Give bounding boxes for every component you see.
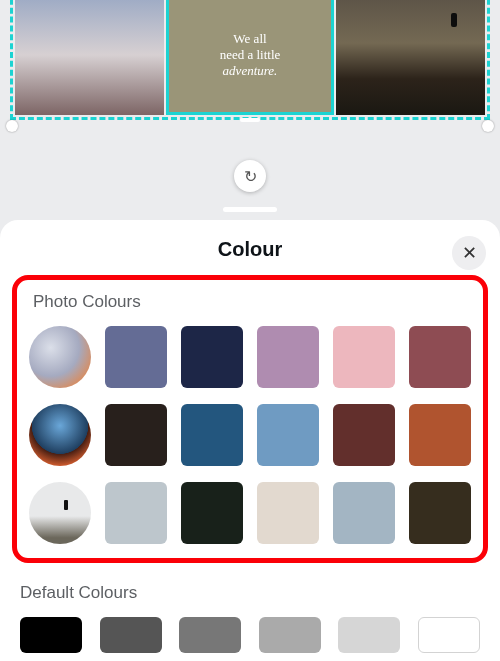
colour-swatch[interactable] — [333, 482, 395, 544]
canvas-quote-card[interactable]: We all need a little adventure. — [166, 0, 333, 115]
colour-swatch[interactable] — [257, 482, 319, 544]
sheet-title: Colour — [0, 238, 500, 261]
photo-colour-row — [25, 404, 475, 466]
selection-bottom-handle[interactable] — [240, 118, 260, 122]
colour-bottom-sheet: Colour ✕ Photo Colours Default Colours — [0, 220, 500, 661]
sheet-drag-handle[interactable] — [223, 207, 277, 212]
default-colour-swatch[interactable] — [100, 617, 162, 653]
photo-colour-row — [25, 326, 475, 388]
colour-swatch[interactable] — [105, 482, 167, 544]
colour-swatch[interactable] — [409, 326, 471, 388]
default-colours-section: Default Colours — [0, 573, 500, 653]
default-colour-swatch[interactable] — [259, 617, 321, 653]
colour-swatch[interactable] — [257, 326, 319, 388]
colour-swatch[interactable] — [181, 404, 243, 466]
canvas-photo-1[interactable] — [15, 0, 164, 115]
colour-swatch[interactable] — [409, 404, 471, 466]
selection-handle-br[interactable] — [482, 120, 494, 132]
rotate-button[interactable]: ↻ — [234, 160, 266, 192]
photo-thumbnail[interactable] — [29, 326, 91, 388]
quote-line-italic: adventure. — [223, 63, 278, 78]
colour-swatch[interactable] — [257, 404, 319, 466]
sheet-header: Colour ✕ — [0, 238, 500, 261]
quote-line: We all — [233, 31, 266, 46]
default-colour-swatch[interactable] — [338, 617, 400, 653]
selection-handle-bl[interactable] — [6, 120, 18, 132]
photo-thumbnail[interactable] — [29, 404, 91, 466]
photo-colour-row — [25, 482, 475, 544]
close-button[interactable]: ✕ — [452, 236, 486, 270]
canvas-photo-2[interactable] — [336, 0, 485, 115]
close-icon: ✕ — [462, 242, 477, 264]
colour-swatch[interactable] — [181, 482, 243, 544]
photo-colours-section: Photo Colours — [12, 275, 488, 563]
default-colours-label: Default Colours — [20, 583, 480, 603]
photo-colours-label: Photo Colours — [33, 292, 475, 312]
selected-element-group[interactable]: We all need a little adventure. — [10, 0, 490, 120]
rotate-icon: ↻ — [244, 167, 257, 186]
colour-swatch[interactable] — [105, 326, 167, 388]
default-colour-swatch[interactable] — [179, 617, 241, 653]
colour-swatch[interactable] — [409, 482, 471, 544]
colour-swatch[interactable] — [105, 404, 167, 466]
canvas-area: We all need a little adventure. ↻ — [0, 0, 500, 220]
photo-thumbnail[interactable] — [29, 482, 91, 544]
colour-swatch[interactable] — [181, 326, 243, 388]
colour-swatch[interactable] — [333, 326, 395, 388]
quote-line: need a little — [220, 47, 281, 62]
default-colour-swatch[interactable] — [418, 617, 480, 653]
default-colour-swatch[interactable] — [20, 617, 82, 653]
colour-swatch[interactable] — [333, 404, 395, 466]
